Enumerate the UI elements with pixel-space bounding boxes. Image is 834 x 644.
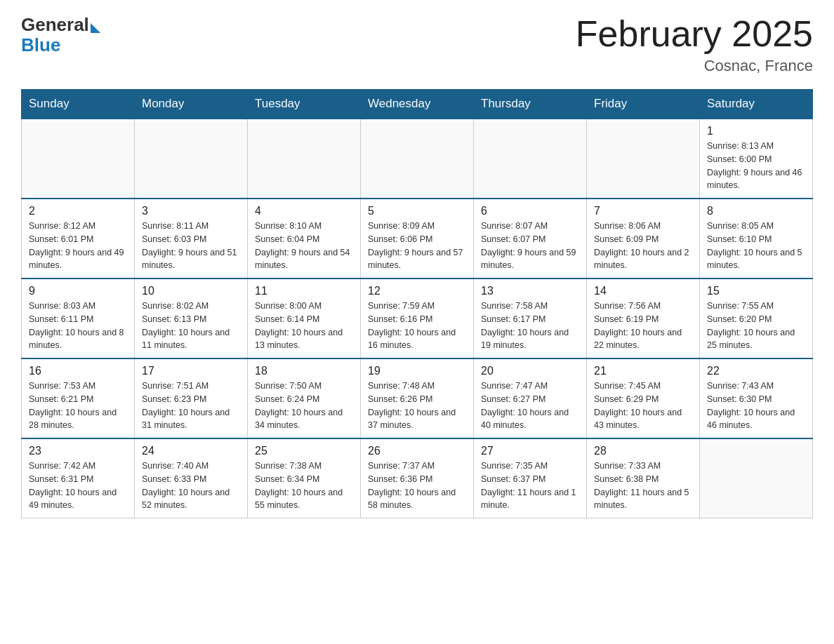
day-number: 7: [594, 205, 692, 217]
calendar-cell: 26Sunrise: 7:37 AM Sunset: 6:36 PM Dayli…: [361, 438, 474, 518]
day-header-saturday: Saturday: [700, 90, 813, 119]
day-number: 14: [594, 285, 692, 297]
day-number: 15: [707, 285, 805, 297]
day-info: Sunrise: 7:53 AM Sunset: 6:21 PM Dayligh…: [29, 380, 127, 432]
calendar-week-row: 16Sunrise: 7:53 AM Sunset: 6:21 PM Dayli…: [22, 358, 813, 438]
calendar-cell: 19Sunrise: 7:48 AM Sunset: 6:26 PM Dayli…: [361, 358, 474, 438]
day-info: Sunrise: 8:09 AM Sunset: 6:06 PM Dayligh…: [368, 220, 466, 272]
calendar-cell: 27Sunrise: 7:35 AM Sunset: 6:37 PM Dayli…: [474, 438, 587, 518]
day-header-friday: Friday: [587, 90, 700, 119]
day-info: Sunrise: 8:07 AM Sunset: 6:07 PM Dayligh…: [481, 220, 579, 272]
day-info: Sunrise: 7:48 AM Sunset: 6:26 PM Dayligh…: [368, 380, 466, 432]
day-header-thursday: Thursday: [474, 90, 587, 119]
calendar-subtitle: Cosnac, France: [576, 57, 813, 75]
day-info: Sunrise: 7:38 AM Sunset: 6:34 PM Dayligh…: [255, 459, 353, 512]
calendar-cell: [248, 119, 361, 199]
calendar-cell: 25Sunrise: 7:38 AM Sunset: 6:34 PM Dayli…: [248, 438, 361, 518]
calendar-cell: 20Sunrise: 7:47 AM Sunset: 6:27 PM Dayli…: [474, 358, 587, 438]
calendar-cell: 4Sunrise: 8:10 AM Sunset: 6:04 PM Daylig…: [248, 199, 361, 279]
calendar-cell: [474, 119, 587, 199]
day-info: Sunrise: 7:58 AM Sunset: 6:17 PM Dayligh…: [481, 300, 579, 352]
day-info: Sunrise: 7:55 AM Sunset: 6:20 PM Dayligh…: [707, 300, 805, 352]
calendar-cell: [587, 119, 700, 199]
day-number: 27: [481, 445, 579, 457]
calendar-cell: [22, 119, 135, 199]
day-info: Sunrise: 7:47 AM Sunset: 6:27 PM Dayligh…: [481, 380, 579, 432]
day-info: Sunrise: 7:37 AM Sunset: 6:36 PM Dayligh…: [368, 459, 466, 512]
calendar-week-row: 9Sunrise: 8:03 AM Sunset: 6:11 PM Daylig…: [22, 279, 813, 358]
day-number: 11: [255, 285, 353, 297]
day-number: 23: [29, 445, 127, 457]
calendar-cell: [700, 438, 813, 518]
day-info: Sunrise: 7:40 AM Sunset: 6:33 PM Dayligh…: [142, 459, 240, 512]
day-info: Sunrise: 8:12 AM Sunset: 6:01 PM Dayligh…: [29, 220, 127, 272]
logo-triangle-icon: [91, 23, 100, 33]
logo-blue-text: Blue: [21, 34, 60, 56]
day-info: Sunrise: 7:43 AM Sunset: 6:30 PM Dayligh…: [707, 380, 805, 432]
calendar-cell: 14Sunrise: 7:56 AM Sunset: 6:19 PM Dayli…: [587, 279, 700, 358]
calendar-cell: 15Sunrise: 7:55 AM Sunset: 6:20 PM Dayli…: [700, 279, 813, 358]
day-number: 28: [594, 445, 692, 457]
day-header-wednesday: Wednesday: [361, 90, 474, 119]
day-info: Sunrise: 7:45 AM Sunset: 6:29 PM Dayligh…: [594, 380, 692, 432]
day-number: 2: [29, 205, 127, 217]
day-number: 8: [707, 205, 805, 217]
calendar-cell: 24Sunrise: 7:40 AM Sunset: 6:33 PM Dayli…: [135, 438, 248, 518]
day-number: 4: [255, 205, 353, 217]
day-info: Sunrise: 8:03 AM Sunset: 6:11 PM Dayligh…: [29, 300, 127, 352]
day-info: Sunrise: 7:42 AM Sunset: 6:31 PM Dayligh…: [29, 459, 127, 512]
day-info: Sunrise: 7:50 AM Sunset: 6:24 PM Dayligh…: [255, 380, 353, 432]
day-info: Sunrise: 7:59 AM Sunset: 6:16 PM Dayligh…: [368, 300, 466, 352]
title-section: February 2025 Cosnac, France: [576, 14, 813, 75]
calendar-cell: 18Sunrise: 7:50 AM Sunset: 6:24 PM Dayli…: [248, 358, 361, 438]
day-number: 9: [29, 285, 127, 297]
calendar-cell: 17Sunrise: 7:51 AM Sunset: 6:23 PM Dayli…: [135, 358, 248, 438]
page-header: General Blue February 2025 Cosnac, Franc…: [21, 14, 813, 75]
calendar-cell: [361, 119, 474, 199]
day-number: 19: [368, 365, 466, 377]
day-number: 21: [594, 365, 692, 377]
day-number: 25: [255, 445, 353, 457]
calendar-cell: 2Sunrise: 8:12 AM Sunset: 6:01 PM Daylig…: [22, 199, 135, 279]
calendar-week-row: 2Sunrise: 8:12 AM Sunset: 6:01 PM Daylig…: [22, 199, 813, 279]
calendar-header-row: SundayMondayTuesdayWednesdayThursdayFrid…: [22, 90, 813, 119]
day-number: 24: [142, 445, 240, 457]
day-header-tuesday: Tuesday: [248, 90, 361, 119]
calendar-cell: 16Sunrise: 7:53 AM Sunset: 6:21 PM Dayli…: [22, 358, 135, 438]
day-number: 13: [481, 285, 579, 297]
calendar-cell: 7Sunrise: 8:06 AM Sunset: 6:09 PM Daylig…: [587, 199, 700, 279]
day-header-sunday: Sunday: [22, 90, 135, 119]
calendar-cell: 21Sunrise: 7:45 AM Sunset: 6:29 PM Dayli…: [587, 358, 700, 438]
calendar-cell: 28Sunrise: 7:33 AM Sunset: 6:38 PM Dayli…: [587, 438, 700, 518]
day-number: 17: [142, 365, 240, 377]
day-header-monday: Monday: [135, 90, 248, 119]
day-info: Sunrise: 7:56 AM Sunset: 6:19 PM Dayligh…: [594, 300, 692, 352]
calendar-cell: 22Sunrise: 7:43 AM Sunset: 6:30 PM Dayli…: [700, 358, 813, 438]
day-number: 6: [481, 205, 579, 217]
day-number: 26: [368, 445, 466, 457]
day-number: 22: [707, 365, 805, 377]
day-info: Sunrise: 8:10 AM Sunset: 6:04 PM Dayligh…: [255, 220, 353, 272]
day-info: Sunrise: 8:11 AM Sunset: 6:03 PM Dayligh…: [142, 220, 240, 272]
calendar-cell: 3Sunrise: 8:11 AM Sunset: 6:03 PM Daylig…: [135, 199, 248, 279]
calendar-cell: [135, 119, 248, 199]
calendar-cell: 11Sunrise: 8:00 AM Sunset: 6:14 PM Dayli…: [248, 279, 361, 358]
logo-general-text: General: [21, 14, 89, 36]
calendar-cell: 23Sunrise: 7:42 AM Sunset: 6:31 PM Dayli…: [22, 438, 135, 518]
calendar-cell: 1Sunrise: 8:13 AM Sunset: 6:00 PM Daylig…: [700, 119, 813, 199]
calendar-cell: 6Sunrise: 8:07 AM Sunset: 6:07 PM Daylig…: [474, 199, 587, 279]
calendar-cell: 12Sunrise: 7:59 AM Sunset: 6:16 PM Dayli…: [361, 279, 474, 358]
calendar-week-row: 23Sunrise: 7:42 AM Sunset: 6:31 PM Dayli…: [22, 438, 813, 518]
day-number: 5: [368, 205, 466, 217]
day-number: 1: [707, 125, 805, 137]
calendar-week-row: 1Sunrise: 8:13 AM Sunset: 6:00 PM Daylig…: [22, 119, 813, 199]
day-number: 16: [29, 365, 127, 377]
day-number: 12: [368, 285, 466, 297]
calendar-cell: 10Sunrise: 8:02 AM Sunset: 6:13 PM Dayli…: [135, 279, 248, 358]
calendar-table: SundayMondayTuesdayWednesdayThursdayFrid…: [21, 89, 813, 518]
calendar-cell: 8Sunrise: 8:05 AM Sunset: 6:10 PM Daylig…: [700, 199, 813, 279]
day-info: Sunrise: 8:02 AM Sunset: 6:13 PM Dayligh…: [142, 300, 240, 352]
day-number: 20: [481, 365, 579, 377]
calendar-cell: 13Sunrise: 7:58 AM Sunset: 6:17 PM Dayli…: [474, 279, 587, 358]
day-number: 18: [255, 365, 353, 377]
